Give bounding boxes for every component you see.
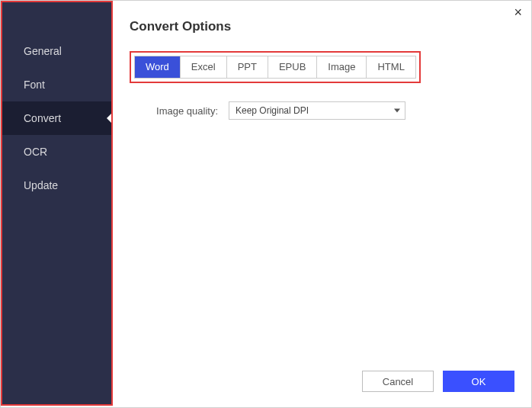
sidebar: General Font Convert OCR Update (1, 1, 113, 406)
tab-excel[interactable]: Excel (181, 56, 227, 78)
sidebar-item-label: Update (24, 179, 58, 191)
image-quality-label: Image quality: (130, 105, 229, 117)
image-quality-select[interactable]: Keep Original DPI (229, 101, 405, 120)
sidebar-item-label: OCR (24, 146, 47, 158)
tab-ppt[interactable]: PPT (227, 56, 268, 78)
chevron-down-icon (394, 109, 400, 113)
image-quality-row: Image quality: Keep Original DPI (130, 101, 514, 120)
sidebar-item-general[interactable]: General (2, 34, 111, 68)
ok-button[interactable]: OK (443, 371, 514, 392)
dialog-footer: Cancel OK (362, 371, 514, 392)
sidebar-item-ocr[interactable]: OCR (2, 135, 111, 169)
tab-word[interactable]: Word (135, 56, 181, 78)
sidebar-item-label: Convert (24, 112, 61, 124)
sidebar-item-font[interactable]: Font (2, 68, 111, 101)
tab-epub[interactable]: EPUB (268, 56, 317, 78)
sidebar-item-convert[interactable]: Convert (2, 101, 111, 135)
page-title: Convert Options (130, 19, 514, 34)
sidebar-item-update[interactable]: Update (2, 169, 111, 202)
content-area: Convert Options Word Excel PPT EPUB Imag… (113, 1, 531, 407)
cancel-button[interactable]: Cancel (362, 371, 434, 392)
tab-image[interactable]: Image (317, 56, 367, 78)
select-value: Keep Original DPI (236, 105, 309, 116)
sidebar-item-label: Font (24, 79, 45, 91)
sidebar-item-label: General (24, 45, 62, 57)
format-tab-group: Word Excel PPT EPUB Image HTML (130, 51, 421, 83)
tab-html[interactable]: HTML (367, 56, 415, 78)
options-dialog: × General Font Convert OCR Update Conver… (0, 0, 532, 408)
